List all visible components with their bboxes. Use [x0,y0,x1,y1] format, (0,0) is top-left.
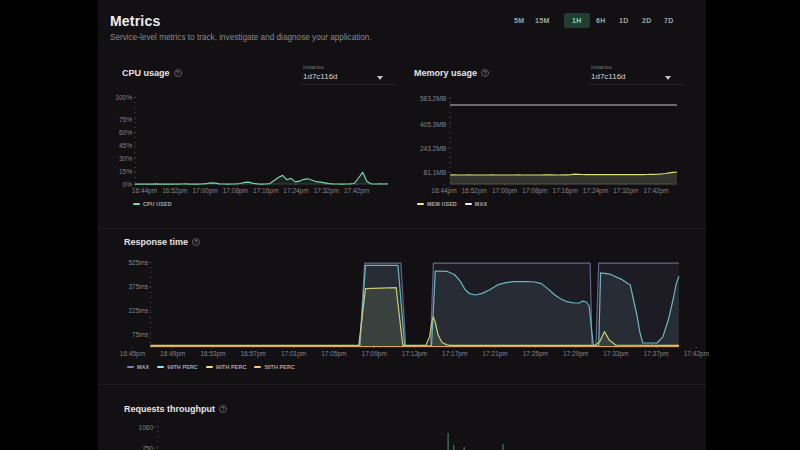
cpu-xtick-2: 17:00pm [192,187,217,194]
page: Metrics Service-level metrics to track, … [0,0,800,450]
cpu-xtick-4: 17:16pm [253,187,278,194]
cpu-xtick-1: 16:52pm [162,187,187,194]
resp-ytick-0: 75ms [88,331,148,338]
cpu-ytick-5: 75% [72,116,132,123]
cpu-series-0-line [135,172,388,184]
charts-canvas [0,0,800,450]
mem-xtick-2: 17:00pm [492,187,517,194]
mem-ytick-0: 81.1MB [386,169,446,176]
resp-xtick-4: 17:01pm [281,350,306,357]
cpu-ytick-2: 30% [72,155,132,162]
mem-xtick-5: 17:24pm [583,187,608,194]
cpu-xtick-0: 16:44pm [132,187,157,194]
resp-xtick-12: 17:33pm [603,350,628,357]
cpu-ytick-6: 100% [72,94,132,101]
cpu-xtick-7: 17:42pm [344,187,369,194]
cpu-ytick-4: 60% [72,129,132,136]
mem-xtick-4: 17:16pm [553,187,578,194]
resp-xtick-9: 17:21pm [482,350,507,357]
requests-ytick-0: 1060 [93,424,153,431]
resp-ytick-2: 375ms [88,283,148,290]
resp-xtick-14: 17:42pm [684,350,709,357]
resp-ytick-3: 525ms [88,259,148,266]
mem-ytick-2: 405.3MB [386,121,446,128]
mem-ytick-3: 583.2MB [386,95,446,102]
cpu-ytick-1: 15% [72,168,132,175]
resp-xtick-5: 17:05pm [321,350,346,357]
cpu-ytick-0: 0% [72,181,132,188]
resp-xtick-0: 16:45pm [120,350,145,357]
cpu-xtick-6: 17:32pm [314,187,339,194]
resp-xtick-10: 17:25pm [523,350,548,357]
mem-xtick-7: 17:42pm [643,187,668,194]
resp-xtick-13: 17:37pm [643,350,668,357]
mem-xtick-1: 16:52pm [462,187,487,194]
mem-xtick-0: 16:44pm [431,187,456,194]
cpu-series-0-area [135,172,388,184]
resp-xtick-1: 16:49pm [160,350,185,357]
resp-xtick-3: 16:57pm [241,350,266,357]
resp-xtick-2: 16:53pm [200,350,225,357]
mem-xtick-3: 17:08pm [522,187,547,194]
resp-xtick-6: 17:09pm [362,350,387,357]
requests-ytick-1: 750 [93,445,153,450]
resp-xtick-11: 17:29pm [563,350,588,357]
mem-series-0-area [450,172,677,185]
mem-series-0-line [450,172,677,175]
cpu-xtick-3: 17:08pm [223,187,248,194]
mem-ytick-1: 243.2MB [386,145,446,152]
resp-xtick-8: 17:17pm [442,350,467,357]
mem-xtick-6: 17:32pm [613,187,638,194]
cpu-ytick-3: 45% [72,142,132,149]
resp-xtick-7: 17:13pm [402,350,427,357]
resp-ytick-1: 225ms [88,307,148,314]
cpu-xtick-5: 17:24pm [283,187,308,194]
